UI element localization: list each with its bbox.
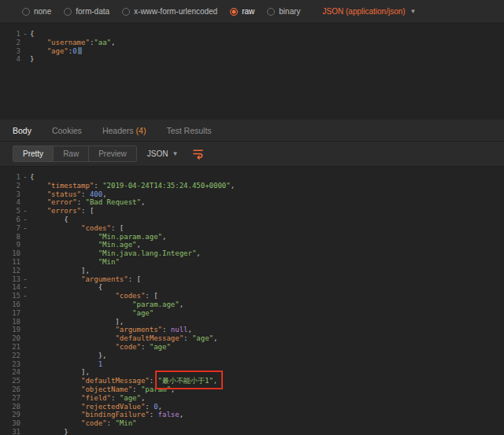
- radio-icon: [22, 8, 30, 16]
- request-body-editor[interactable]: 1-{2 "username":"aa",3 "age":04}: [0, 24, 504, 120]
- code-text: "arguments": [: [30, 275, 141, 284]
- format-label: JSON: [147, 149, 169, 158]
- code-line: 14- {: [0, 283, 504, 292]
- fold-toggle-icon[interactable]: -: [20, 30, 30, 39]
- chevron-down-icon: ▼: [410, 8, 417, 15]
- code-text: "Min.age",: [30, 241, 141, 249]
- fold-spacer: [20, 403, 30, 411]
- content-type-label: JSON (application/json): [323, 7, 406, 16]
- body-type-binary[interactable]: binary: [267, 7, 300, 16]
- body-type-urlencoded[interactable]: x-www-form-urlencoded: [122, 7, 217, 16]
- response-body-editor[interactable]: 1-{2 "timestamp": "2019-04-24T14:35:24.4…: [0, 167, 504, 435]
- headers-count-badge: (4): [136, 126, 146, 135]
- line-number: 30: [0, 419, 20, 428]
- fold-spacer: [20, 394, 30, 403]
- line-number: 17: [0, 309, 20, 318]
- code-text: "field": "age",: [30, 394, 145, 403]
- code-text: "codes": [: [30, 224, 124, 233]
- line-number: 23: [0, 360, 20, 369]
- line-number: 7: [0, 224, 20, 233]
- fold-spacer: [20, 326, 30, 334]
- radio-icon: [267, 8, 275, 16]
- code-line: 7- "codes": [: [0, 224, 504, 233]
- line-number: 5: [0, 207, 20, 216]
- code-line: 26 "objectName": "param",: [0, 385, 504, 394]
- code-text: "defaultMessage": "age",: [30, 334, 217, 343]
- fold-toggle-icon[interactable]: -: [20, 207, 30, 216]
- raw-button[interactable]: Raw: [53, 146, 89, 162]
- code-line: 13- "arguments": [: [0, 275, 504, 284]
- body-type-form-data[interactable]: form-data: [64, 7, 109, 16]
- code-line: 4}: [0, 55, 504, 64]
- chevron-down-icon: ▼: [172, 150, 178, 157]
- fold-toggle-icon[interactable]: -: [20, 173, 30, 182]
- fold-spacer: [20, 377, 30, 385]
- tab-test-results[interactable]: Test Results: [166, 126, 211, 135]
- fold-spacer: [20, 233, 30, 241]
- code-text: "Min.param.age",: [30, 233, 166, 241]
- wrap-line-icon[interactable]: [192, 148, 204, 160]
- line-number: 29: [0, 411, 20, 419]
- line-number: 31: [0, 428, 20, 435]
- code-text: "Min.java.lang.Integer",: [30, 249, 201, 258]
- code-text: "objectName": "param",: [30, 385, 175, 394]
- line-number: 20: [0, 334, 20, 343]
- tab-body[interactable]: Body: [13, 126, 32, 135]
- line-number: 25: [0, 377, 20, 385]
- code-line: 10 "Min.java.lang.Integer",: [0, 249, 504, 258]
- line-number: 28: [0, 403, 20, 411]
- highlighted-error-message: "最小不能小于1",: [158, 377, 218, 385]
- fold-spacer: [20, 249, 30, 258]
- line-number: 9: [0, 241, 20, 249]
- tab-cookies[interactable]: Cookies: [52, 126, 82, 135]
- code-text: {: [30, 30, 34, 39]
- line-number: 2: [0, 39, 20, 47]
- code-text: "defaultMessage": "最小不能小于1",: [30, 377, 217, 385]
- code-line: 30 "code": "Min": [0, 419, 504, 428]
- fold-spacer: [20, 428, 30, 435]
- fold-toggle-icon[interactable]: -: [20, 292, 30, 300]
- code-line: 15- "codes": [: [0, 292, 504, 300]
- line-number: 8: [0, 233, 20, 241]
- code-line: 5- "errors": [: [0, 207, 504, 216]
- pretty-button[interactable]: Pretty: [13, 146, 54, 162]
- fold-toggle-icon[interactable]: -: [20, 275, 30, 284]
- radio-label: form-data: [76, 7, 109, 16]
- code-line: 12 ],: [0, 267, 504, 275]
- code-line: 24 ],: [0, 368, 504, 377]
- fold-spacer: [20, 55, 30, 64]
- code-line: 17 "age": [0, 309, 504, 318]
- code-line: 1-{: [0, 173, 504, 182]
- response-editor-lines: 1-{2 "timestamp": "2019-04-24T14:35:24.4…: [0, 173, 504, 435]
- fold-spacer: [20, 368, 30, 377]
- tab-headers[interactable]: Headers (4): [102, 126, 146, 135]
- fold-toggle-icon[interactable]: -: [20, 224, 30, 233]
- code-line: 11 "Min": [0, 258, 504, 267]
- radio-selected-icon: [230, 8, 238, 16]
- radio-icon: [64, 8, 72, 16]
- line-number: 15: [0, 292, 20, 300]
- fold-toggle-icon[interactable]: -: [20, 283, 30, 292]
- code-line: 2 "username":"aa",: [0, 39, 504, 47]
- code-text: "rejectedValue": 0,: [30, 403, 162, 411]
- response-format-dropdown[interactable]: JSON ▼: [147, 149, 179, 158]
- fold-spacer: [20, 182, 30, 190]
- line-number: 3: [0, 47, 20, 56]
- fold-toggle-icon[interactable]: -: [20, 216, 30, 224]
- fold-spacer: [20, 198, 30, 207]
- body-type-raw[interactable]: raw: [230, 7, 254, 16]
- line-number: 19: [0, 326, 20, 334]
- body-type-none[interactable]: none: [22, 7, 51, 16]
- code-text: "age":0: [30, 47, 82, 56]
- code-text: "code": "Min": [30, 419, 136, 428]
- fold-spacer: [20, 241, 30, 249]
- content-type-dropdown[interactable]: JSON (application/json) ▼: [323, 7, 417, 16]
- radio-icon: [122, 8, 130, 16]
- code-line: 21 "code": "age": [0, 343, 504, 352]
- line-number: 13: [0, 275, 20, 284]
- response-tabs: Body Cookies Headers (4) Test Results: [0, 120, 504, 142]
- code-line: 1-{: [0, 30, 504, 39]
- response-toolbar: Pretty Raw Preview JSON ▼: [0, 142, 504, 167]
- preview-button[interactable]: Preview: [88, 146, 137, 162]
- tab-label: Body: [13, 126, 32, 135]
